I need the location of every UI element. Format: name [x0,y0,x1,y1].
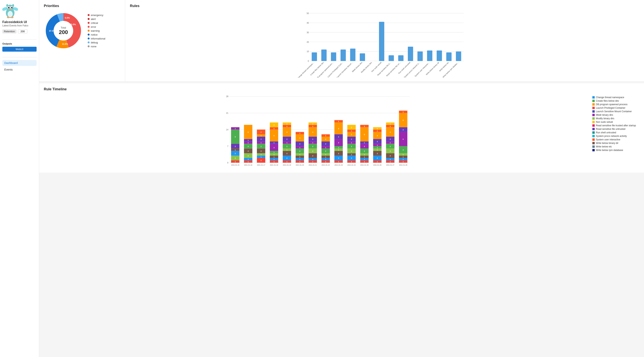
svg-text:2: 2 [390,150,391,152]
legend-label: emergency [91,14,103,17]
svg-text:2: 2 [286,146,287,147]
timeline-title: Rule Timeline [44,87,639,91]
svg-text:2: 2 [286,153,287,154]
svg-text:2021-01-15: 2021-01-15 [231,164,240,166]
svg-text:1: 1 [274,154,274,156]
svg-text:2: 2 [325,143,326,145]
legend-dot [88,45,90,47]
legend-dot [88,14,90,16]
timeline-legend-item: Change thread namespace [592,96,639,99]
webui-button[interactable]: WebUI [2,47,36,52]
svg-text:1: 1 [403,159,404,160]
legend-item: error [88,25,105,28]
svg-text:1: 1 [260,156,262,158]
svg-text:1: 1 [390,159,391,160]
svg-text:3: 3 [403,149,404,151]
svg-text:1: 1 [299,133,300,134]
rules-title: Rules [130,4,639,8]
svg-point-14 [7,17,10,18]
svg-text:1: 1 [274,128,274,130]
svg-text:2: 2 [235,153,236,154]
svg-text:50: 50 [306,12,309,14]
svg-text:2: 2 [299,150,300,152]
svg-text:1: 1 [274,159,274,160]
svg-text:1: 1 [286,123,287,125]
svg-rect-53 [388,55,394,61]
svg-text:6.0%: 6.0% [65,17,70,19]
timeline-legend-item: Write below etc [592,145,639,148]
svg-text:2: 2 [325,150,326,152]
svg-text:45.0%: 45.0% [70,23,76,26]
svg-text:1: 1 [377,149,378,151]
legend-label: warning [91,29,100,32]
svg-text:1: 1 [312,125,313,127]
sidebar-divider-1 [2,39,36,39]
svg-text:2021-01-27: 2021-01-27 [386,164,394,166]
timeline-legend-color [592,149,595,151]
svg-text:2: 2 [312,146,313,147]
svg-text:1: 1 [338,161,339,163]
sidebar-item-dashboard[interactable]: Dashboard [2,60,36,66]
svg-text:2: 2 [260,131,262,133]
svg-text:1: 1 [390,125,391,127]
logo-area: Falcosidekick UI Latest Events from Falc… [2,3,36,33]
timeline-legend-label: Change thread namespace [596,96,624,99]
svg-text:2: 2 [248,155,249,157]
timeline-legend-label: Write below binary dir [596,142,618,144]
svg-text:1: 1 [248,159,249,160]
svg-text:1: 1 [286,125,287,127]
svg-text:1: 1 [235,149,236,151]
legend-label: notice [91,33,98,36]
donut-svg: 45.0% 11.5% 37.5% 6.0% [44,11,83,50]
timeline-legend-color [592,107,595,109]
svg-rect-37 [312,52,317,61]
app-title: Falcosidekick UI [2,20,27,24]
priorities-legend: emergencyalertcriticalerrorwarningnotice… [88,14,105,48]
sidebar-item-events[interactable]: Events [2,67,36,72]
svg-point-11 [6,4,8,7]
svg-text:2021-01-18: 2021-01-18 [270,164,278,166]
svg-rect-61 [427,50,432,61]
svg-text:14: 14 [226,129,228,131]
legend-label: informational [91,37,105,40]
timeline-legend-item: DB program spawned process [592,103,639,106]
svg-text:6: 6 [248,131,249,133]
svg-text:0: 0 [227,162,228,164]
svg-text:37.5%: 37.5% [49,30,55,32]
timeline-legend-label: Write below rpm database [596,149,623,152]
svg-text:2: 2 [351,127,352,128]
svg-text:1: 1 [286,161,287,163]
svg-text:2021-01-19: 2021-01-19 [283,164,291,166]
svg-text:2021-01-20: 2021-01-20 [296,164,304,166]
svg-text:2021-01-23: 2021-01-23 [334,164,343,166]
svg-text:1: 1 [364,161,365,163]
svg-text:2: 2 [248,150,249,152]
timeline-legend-color [592,103,595,106]
timeline-legend-color [592,135,595,137]
timeline-panel: Rule Timeline 0714212812212612021-01-151… [39,83,644,173]
svg-rect-47 [360,53,365,61]
svg-text:21: 21 [226,112,228,114]
svg-text:10: 10 [306,50,309,53]
svg-text:1: 1 [377,144,378,146]
svg-point-12 [12,4,14,7]
svg-text:2021-01-21: 2021-01-21 [309,164,317,166]
legend-label: debug [91,41,98,44]
svg-text:1: 1 [260,135,262,137]
svg-text:2: 2 [364,146,365,147]
svg-text:2021-01-28: 2021-01-28 [399,164,407,166]
svg-text:5: 5 [338,128,339,130]
timeline-legend-item: Write below rpm database [592,149,639,152]
timeline-legend-item: Write below binary dir [592,142,639,144]
legend-label: critical [91,21,98,24]
legend-label: alert [91,17,96,20]
timeline-legend-item: System procs network activity [592,135,639,137]
svg-text:3: 3 [338,142,339,144]
svg-text:2: 2 [377,153,378,154]
retention-input[interactable] [18,29,28,33]
svg-text:1: 1 [312,123,313,125]
priorities-panel: Priorities [39,0,125,81]
svg-text:Launch Privileged Cont…: Launch Privileged Cont… [327,61,343,78]
legend-dot [88,26,90,28]
svg-text:2: 2 [390,138,391,140]
